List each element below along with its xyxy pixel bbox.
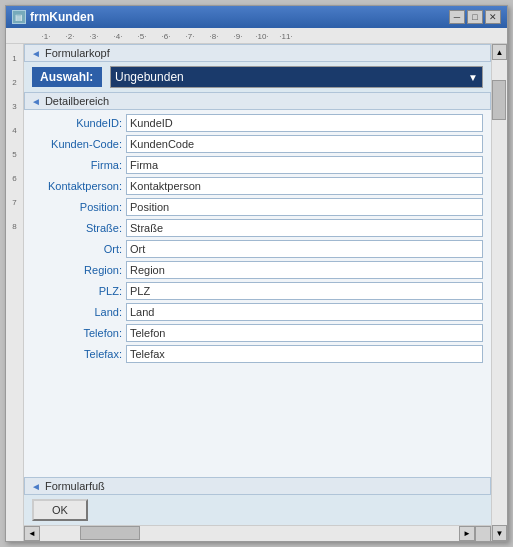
field-input-2[interactable]	[126, 156, 483, 174]
field-label-4: Position:	[32, 201, 122, 213]
minimize-button[interactable]: ─	[449, 10, 465, 24]
title-bar-left: ▤ frmKunden	[12, 10, 94, 24]
ok-button[interactable]: OK	[32, 499, 88, 521]
formularfuss-header: ◄ Formularfuß	[24, 477, 491, 495]
field-row: Firma:	[32, 156, 483, 174]
field-label-0: KundeID:	[32, 117, 122, 129]
scroll-right-button[interactable]: ►	[459, 526, 475, 541]
v-ruler-mark-6: 6	[12, 166, 16, 190]
field-label-5: Straße:	[32, 222, 122, 234]
field-label-8: PLZ:	[32, 285, 122, 297]
field-input-0[interactable]	[126, 114, 483, 132]
field-label-9: Land:	[32, 306, 122, 318]
ruler-mark-4: ·4·	[106, 32, 130, 41]
vertical-scrollbar[interactable]: ▲ ▼	[491, 44, 507, 541]
v-ruler-mark-4: 4	[12, 118, 16, 142]
maximize-button[interactable]: □	[467, 10, 483, 24]
field-input-3[interactable]	[126, 177, 483, 195]
detailbereich-label: Detailbereich	[45, 95, 109, 107]
formularkopf-label: Formularkopf	[45, 47, 110, 59]
field-row: Straße:	[32, 219, 483, 237]
field-row: Telefon:	[32, 324, 483, 342]
ruler-mark-8: ·8·	[202, 32, 226, 41]
horizontal-scrollbar[interactable]: ◄ ►	[24, 525, 491, 541]
window-icon: ▤	[12, 10, 26, 24]
main-window: ▤ frmKunden ─ □ ✕ ·1· ·2· ·3· ·4· ·5· ·6…	[5, 5, 508, 542]
scroll-down-button[interactable]: ▼	[492, 525, 507, 541]
vertical-scroll-thumb[interactable]	[492, 80, 506, 120]
title-bar: ▤ frmKunden ─ □ ✕	[6, 6, 507, 28]
horizontal-scroll-thumb[interactable]	[80, 526, 140, 540]
field-label-1: Kunden-Code:	[32, 138, 122, 150]
ruler-mark-7: ·7·	[178, 32, 202, 41]
field-label-7: Region:	[32, 264, 122, 276]
content-area: ◄ Formularkopf Auswahl: Ungebunden ▼ ◄ D…	[24, 44, 491, 541]
field-input-8[interactable]	[126, 282, 483, 300]
field-row: Land:	[32, 303, 483, 321]
scrollbar-corner	[475, 526, 491, 542]
field-label-11: Telefax:	[32, 348, 122, 360]
scroll-left-button[interactable]: ◄	[24, 526, 40, 541]
field-row: Region:	[32, 261, 483, 279]
v-ruler-mark-2: 2	[12, 70, 16, 94]
field-row: Kontaktperson:	[32, 177, 483, 195]
ruler-marks: ·1· ·2· ·3· ·4· ·5· ·6· ·7· ·8· ·9· ·10·…	[26, 28, 298, 43]
formularkopf-arrow-icon: ◄	[31, 48, 41, 59]
field-row: Telefax:	[32, 345, 483, 363]
ruler-mark-5: ·5·	[130, 32, 154, 41]
field-label-3: Kontaktperson:	[32, 180, 122, 192]
field-row: PLZ:	[32, 282, 483, 300]
field-input-5[interactable]	[126, 219, 483, 237]
fields-container: KundeID:Kunden-Code:Firma:Kontaktperson:…	[24, 110, 491, 370]
footer-section: OK	[24, 495, 491, 525]
window-title: frmKunden	[30, 10, 94, 24]
field-label-6: Ort:	[32, 243, 122, 255]
ruler-mark-9: ·9·	[226, 32, 250, 41]
horizontal-ruler: ·1· ·2· ·3· ·4· ·5· ·6· ·7· ·8· ·9· ·10·…	[6, 28, 507, 44]
v-ruler-mark-3: 3	[12, 94, 16, 118]
auswahl-dropdown-icon: ▼	[468, 72, 478, 83]
field-input-6[interactable]	[126, 240, 483, 258]
formularfuss-label: Formularfuß	[45, 480, 105, 492]
detailbereich-arrow-icon: ◄	[31, 96, 41, 107]
auswahl-row: Auswahl: Ungebunden ▼	[32, 66, 483, 88]
field-input-7[interactable]	[126, 261, 483, 279]
auswahl-label: Auswahl:	[32, 67, 102, 87]
horizontal-scroll-track[interactable]	[40, 526, 459, 541]
field-row: KundeID:	[32, 114, 483, 132]
field-row: Ort:	[32, 240, 483, 258]
main-area: 1 2 3 4 5 6 7 8 ◄ Formularkopf Auswahl: …	[6, 44, 507, 541]
v-ruler-mark-8: 8	[12, 214, 16, 238]
ruler-mark-10: ·10·	[250, 32, 274, 41]
field-label-10: Telefon:	[32, 327, 122, 339]
vertical-ruler: 1 2 3 4 5 6 7 8	[6, 44, 24, 541]
v-ruler-mark-5: 5	[12, 142, 16, 166]
formularkopf-header: ◄ Formularkopf	[24, 44, 491, 62]
title-buttons: ─ □ ✕	[449, 10, 501, 24]
auswahl-value: Ungebunden	[115, 70, 184, 84]
vertical-scroll-track[interactable]	[492, 60, 507, 525]
detail-section: KundeID:Kunden-Code:Firma:Kontaktperson:…	[24, 110, 491, 477]
field-input-10[interactable]	[126, 324, 483, 342]
scroll-up-button[interactable]: ▲	[492, 44, 507, 60]
field-row: Kunden-Code:	[32, 135, 483, 153]
field-input-4[interactable]	[126, 198, 483, 216]
field-label-2: Firma:	[32, 159, 122, 171]
detailbereich-header: ◄ Detailbereich	[24, 92, 491, 110]
v-ruler-mark-1: 1	[12, 46, 16, 70]
field-input-9[interactable]	[126, 303, 483, 321]
formularfuss-arrow-icon: ◄	[31, 481, 41, 492]
ruler-mark-6: ·6·	[154, 32, 178, 41]
auswahl-select[interactable]: Ungebunden ▼	[110, 66, 483, 88]
ruler-mark-11: ·11·	[274, 32, 298, 41]
field-input-1[interactable]	[126, 135, 483, 153]
field-row: Position:	[32, 198, 483, 216]
ruler-mark-3: ·3·	[82, 32, 106, 41]
ruler-mark-2: ·2·	[58, 32, 82, 41]
formularkopf-section: Auswahl: Ungebunden ▼	[24, 62, 491, 92]
ruler-mark-1: ·1·	[34, 32, 58, 41]
close-button[interactable]: ✕	[485, 10, 501, 24]
v-ruler-mark-7: 7	[12, 190, 16, 214]
field-input-11[interactable]	[126, 345, 483, 363]
